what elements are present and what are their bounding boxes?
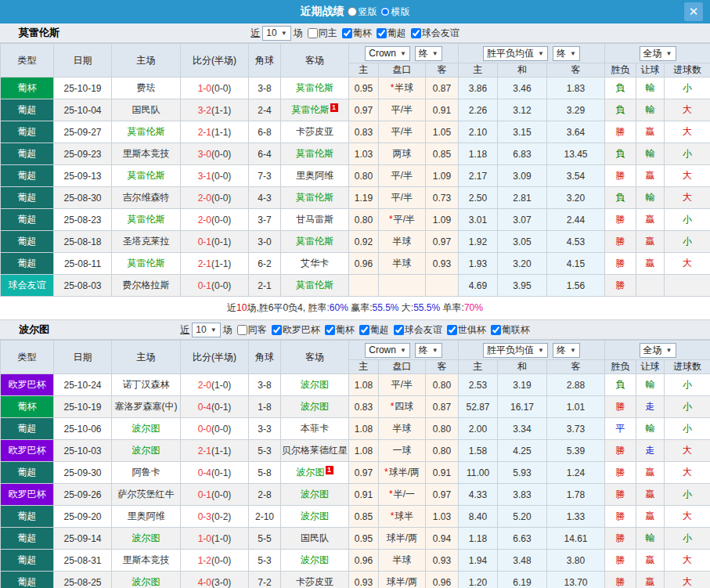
match-count-select[interactable]: 10▼ xyxy=(192,323,220,337)
odds-time-select[interactable]: 终▼ xyxy=(415,46,442,61)
filter-checkbox[interactable] xyxy=(308,28,318,38)
odds-handicap: *半球 xyxy=(379,78,426,99)
filter-同主[interactable]: 同主 xyxy=(308,27,337,40)
col-handicap-result: 让球 xyxy=(636,63,665,78)
match-row: 葡超25-10-06波尔图0-0(0-0)3-3本菲卡1.08半球0.802.0… xyxy=(1,418,710,440)
home-team-link[interactable]: 波尔图 xyxy=(112,528,181,550)
away-team-link[interactable]: 莫雷伦斯 xyxy=(281,231,349,253)
match-row: 球会友谊25-08-03费尔格拉斯0-1(0-0)2-1莫雷伦斯4.693.95… xyxy=(1,275,710,297)
home-team-link[interactable]: 萨尔茨堡红牛 xyxy=(112,484,181,506)
vertical-radio[interactable] xyxy=(348,7,357,16)
home-team-link[interactable]: 费尔格拉斯 xyxy=(112,275,181,297)
filter-checkbox[interactable] xyxy=(411,28,421,38)
home-team-link[interactable]: 莫雷伦斯 xyxy=(112,121,181,143)
filter-checkbox[interactable] xyxy=(377,28,387,38)
avg-odds-select[interactable]: 胜平负均值▼ xyxy=(483,343,548,358)
home-team-link[interactable]: 莫雷伦斯 xyxy=(112,209,181,231)
filter-球会友谊[interactable]: 球会友谊 xyxy=(394,323,442,337)
filter-葡联杯[interactable]: 葡联杯 xyxy=(491,323,530,337)
home-team-link[interactable]: 莫雷伦斯 xyxy=(112,253,181,275)
away-team-link[interactable]: 艾华卡 xyxy=(281,253,349,275)
away-team-link[interactable]: 莫雷伦斯 xyxy=(281,275,349,297)
home-team-link[interactable]: 波尔图 xyxy=(112,418,181,440)
away-team-link[interactable]: 国民队 xyxy=(281,528,349,550)
away-team-link[interactable]: 波尔图 xyxy=(281,506,349,528)
star-icon: * xyxy=(391,82,395,93)
bookmaker-select[interactable]: Crown▼ xyxy=(365,343,410,358)
home-team-link[interactable]: 国民队 xyxy=(112,99,181,121)
star-icon: * xyxy=(384,467,388,478)
away-team-link[interactable]: 波尔图1 xyxy=(281,462,349,484)
filter-葡杯[interactable]: 葡杯 xyxy=(325,323,355,337)
home-team-link[interactable]: 塞洛罗森塞(中) xyxy=(112,396,181,418)
star-icon: * xyxy=(391,401,395,412)
away-team-link[interactable]: 贝尔格莱德红星 xyxy=(281,440,349,462)
away-team-link[interactable]: 卡莎皮亚 xyxy=(281,121,349,143)
home-team-link[interactable]: 诺丁汉森林 xyxy=(112,374,181,396)
filter-世俱杯[interactable]: 世俱杯 xyxy=(447,323,486,337)
odds-time-select[interactable]: 终▼ xyxy=(415,343,442,358)
filter-checkbox[interactable] xyxy=(325,325,335,335)
col-winloss: 胜负 xyxy=(605,63,636,78)
home-team-link[interactable]: 波尔图 xyxy=(112,572,181,588)
away-team-link[interactable]: 莫雷伦斯 xyxy=(281,143,349,165)
filter-label: 葡超 xyxy=(370,323,389,337)
home-team-link[interactable]: 里斯本竞技 xyxy=(112,143,181,165)
avg-time-select[interactable]: 终▼ xyxy=(553,46,580,61)
layout-vertical-option[interactable]: 竖版 xyxy=(348,5,377,19)
filter-欧罗巴杯[interactable]: 欧罗巴杯 xyxy=(272,323,320,337)
away-team-link[interactable]: 波尔图 xyxy=(281,550,349,572)
filter-checkbox[interactable] xyxy=(447,325,457,335)
filter-checkbox[interactable] xyxy=(394,325,404,335)
filter-葡超[interactable]: 葡超 xyxy=(377,27,406,40)
odds-handicap: 半球 xyxy=(379,550,426,572)
filter-checkbox[interactable] xyxy=(272,325,282,335)
result-handicap: 贏 xyxy=(636,550,665,572)
away-team-link[interactable]: 波尔图 xyxy=(281,374,349,396)
filter-球会友谊[interactable]: 球会友谊 xyxy=(411,27,460,40)
result-winloss: 勝 xyxy=(605,253,636,275)
filter-葡杯[interactable]: 葡杯 xyxy=(342,27,372,40)
away-team-link[interactable]: 莫雷伦斯 xyxy=(281,187,349,209)
filter-checkbox[interactable] xyxy=(491,325,501,335)
away-team-link[interactable]: 里奥阿维 xyxy=(281,165,349,187)
match-row: 葡超25-09-30阿鲁卡0-4(0-1)5-8波尔图10.97*球半/两0.9… xyxy=(1,462,710,484)
close-icon[interactable]: ✕ xyxy=(684,2,703,21)
home-team-link[interactable]: 波尔图 xyxy=(112,440,181,462)
filter-checkbox[interactable] xyxy=(342,28,352,38)
bookmaker-select[interactable]: Crown▼ xyxy=(365,46,410,61)
filter-checkbox[interactable] xyxy=(359,325,369,335)
home-team-link[interactable]: 里奥阿维 xyxy=(112,506,181,528)
filter-同客[interactable]: 同客 xyxy=(237,323,267,337)
horizontal-radio[interactable] xyxy=(380,7,390,16)
home-team-link[interactable]: 圣塔克莱拉 xyxy=(112,231,181,253)
avg-odds-select[interactable]: 胜平负均值▼ xyxy=(483,46,548,61)
away-team-link[interactable]: 波尔图 xyxy=(281,484,349,506)
filter-checkbox[interactable] xyxy=(237,325,247,335)
avg-draw: 6.83 xyxy=(498,143,547,165)
team-name: 莫雷伦斯 xyxy=(19,26,59,40)
summary-segment: 60% xyxy=(330,302,348,313)
home-team-link[interactable]: 费珐 xyxy=(112,78,181,99)
home-team-link[interactable]: 吉尔维森特 xyxy=(112,187,181,209)
home-team-link[interactable]: 阿鲁卡 xyxy=(112,462,181,484)
scope-select[interactable]: 全场▼ xyxy=(640,343,676,358)
cell-corners: 6-8 xyxy=(249,121,281,143)
away-team-link[interactable]: 本菲卡 xyxy=(281,418,349,440)
layout-horizontal-option[interactable]: 横版 xyxy=(380,5,410,19)
home-team-link[interactable]: 里斯本竞技 xyxy=(112,550,181,572)
odds-away: 1.09 xyxy=(426,165,459,187)
match-count-select[interactable]: 10▼ xyxy=(262,26,290,41)
odds-away: 0.87 xyxy=(426,78,459,99)
away-team-link[interactable]: 莫雷伦斯1 xyxy=(281,99,349,121)
away-team-link[interactable]: 莫雷伦斯 xyxy=(281,78,349,99)
avg-time-select[interactable]: 终▼ xyxy=(553,343,580,358)
away-team-link[interactable]: 波尔图 xyxy=(281,396,349,418)
away-team-link[interactable]: 甘马雷斯 xyxy=(281,209,349,231)
away-team-link[interactable]: 卡莎皮亚 xyxy=(281,572,349,588)
cell-corners: 5-5 xyxy=(249,528,281,550)
filter-葡超[interactable]: 葡超 xyxy=(359,323,389,337)
cell-corners: 6-4 xyxy=(249,143,281,165)
scope-select[interactable]: 全场▼ xyxy=(640,46,676,61)
home-team-link[interactable]: 莫雷伦斯 xyxy=(112,165,181,187)
